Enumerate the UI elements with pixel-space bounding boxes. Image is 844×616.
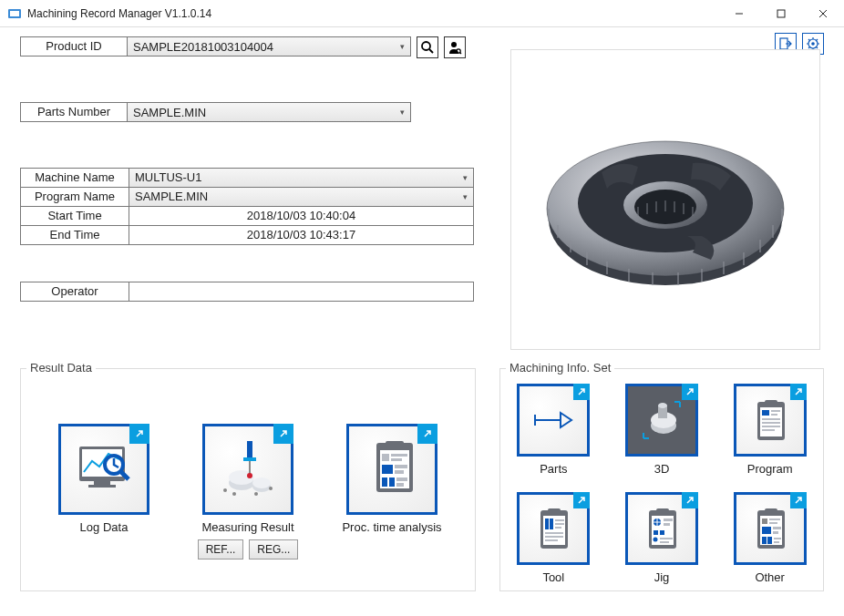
svg-line-16 [808, 47, 809, 48]
proc-time-tile[interactable] [346, 424, 437, 515]
jig-label: Jig [625, 570, 698, 584]
svg-rect-74 [395, 470, 404, 474]
end-time-label: End Time [20, 225, 129, 245]
svg-point-8 [811, 42, 815, 46]
3d-label: 3D [625, 462, 698, 476]
tool-label: Tool [517, 570, 590, 584]
popup-arrow-icon [682, 492, 698, 508]
svg-point-63 [232, 492, 236, 496]
user-search-button[interactable] [444, 36, 466, 58]
parts-number-combo[interactable]: SAMPLE.MIN ▾ [127, 102, 411, 122]
svg-line-13 [808, 39, 809, 40]
svg-rect-97 [545, 518, 549, 529]
measuring-result-label: Measuring Result [180, 520, 316, 534]
product-id-combo[interactable]: SAMPLE20181003104004 ▾ [127, 36, 411, 56]
titlebar: Machining Record Manager V1.1.0.14 [0, 0, 844, 27]
svg-line-21 [460, 53, 462, 55]
parts-label: Parts [517, 462, 590, 476]
svg-rect-77 [396, 477, 407, 481]
popup-arrow-icon [573, 384, 590, 400]
jig-icon [638, 505, 685, 552]
log-data-tile[interactable] [58, 424, 149, 515]
svg-point-83 [658, 403, 667, 408]
svg-point-62 [223, 488, 227, 492]
svg-rect-86 [765, 400, 777, 406]
svg-point-19 [451, 42, 457, 47]
search-button[interactable] [417, 36, 438, 58]
svg-rect-100 [555, 523, 564, 525]
jig-tile[interactable] [625, 492, 698, 565]
end-time-value: 2018/10/03 10:43:17 [129, 225, 474, 245]
popup-arrow-icon [682, 384, 698, 400]
parts-icon [530, 396, 577, 444]
svg-rect-122 [762, 527, 771, 534]
other-tile[interactable] [734, 492, 807, 565]
popup-arrow-icon [417, 424, 437, 444]
svg-rect-76 [389, 477, 395, 487]
svg-rect-99 [555, 519, 564, 521]
svg-rect-120 [769, 518, 780, 520]
close-button[interactable] [802, 0, 844, 27]
svg-rect-89 [771, 414, 777, 416]
svg-rect-68 [386, 441, 404, 448]
svg-rect-87 [762, 410, 769, 416]
chevron-down-icon: ▾ [463, 188, 468, 206]
result-data-legend: Result Data [26, 361, 96, 375]
3d-tile[interactable] [625, 384, 698, 457]
tool-icon [530, 505, 577, 552]
svg-rect-125 [762, 537, 767, 544]
machining-info-group: Machining Info. Set Parts [499, 368, 824, 591]
svg-rect-91 [762, 422, 780, 424]
svg-rect-96 [548, 508, 561, 514]
svg-rect-78 [396, 483, 404, 487]
svg-rect-128 [774, 541, 779, 543]
svg-rect-109 [664, 518, 673, 521]
maximize-button[interactable] [760, 0, 802, 27]
other-label: Other [734, 570, 807, 584]
svg-rect-51 [88, 485, 116, 488]
start-time-label: Start Time [20, 206, 129, 226]
reg-button[interactable]: REG... [249, 539, 298, 560]
machine-name-combo[interactable]: MULTUS-U1 ▾ [129, 168, 474, 188]
proc-time-label: Proc. time analysis [324, 520, 460, 534]
svg-point-17 [422, 42, 430, 50]
svg-rect-101 [555, 527, 561, 529]
svg-rect-70 [391, 454, 407, 457]
svg-rect-88 [771, 410, 780, 412]
svg-point-65 [269, 487, 273, 490]
parts-tile[interactable] [517, 384, 590, 457]
parts-number-label: Parts Number [20, 102, 128, 122]
tool-tile[interactable] [517, 492, 590, 565]
operator-value [129, 282, 474, 302]
proc-time-icon [360, 437, 424, 501]
log-data-label: Log Data [36, 520, 172, 534]
svg-rect-102 [545, 532, 563, 534]
product-id-label: Product ID [20, 36, 128, 56]
window-title: Machining Record Manager V1.1.0.14 [27, 7, 718, 20]
other-icon [746, 505, 794, 552]
measuring-result-tile[interactable] [202, 424, 293, 515]
result-data-group: Result Data Log Data [20, 368, 476, 591]
log-data-icon [72, 437, 136, 501]
popup-arrow-icon [573, 492, 590, 508]
svg-rect-123 [773, 527, 781, 529]
machine-name-value: MULTUS-U1 [135, 170, 201, 184]
svg-rect-121 [769, 522, 777, 524]
svg-rect-92 [762, 426, 780, 427]
svg-point-64 [254, 492, 258, 496]
program-label: Program [734, 462, 807, 476]
svg-point-113 [653, 538, 657, 542]
part-preview [510, 49, 820, 350]
svg-rect-103 [545, 536, 563, 538]
svg-line-15 [817, 39, 818, 40]
program-tile[interactable] [734, 384, 807, 457]
minimize-button[interactable] [718, 0, 760, 27]
product-id-value: SAMPLE20181003104004 [133, 40, 273, 54]
program-name-label: Program Name [20, 187, 129, 207]
measuring-result-icon [216, 437, 280, 501]
svg-rect-50 [94, 481, 110, 485]
program-name-combo[interactable]: SAMPLE.MIN ▾ [129, 187, 474, 207]
svg-rect-115 [660, 541, 669, 543]
svg-line-18 [429, 49, 433, 53]
ref-button[interactable]: REF... [198, 539, 244, 560]
